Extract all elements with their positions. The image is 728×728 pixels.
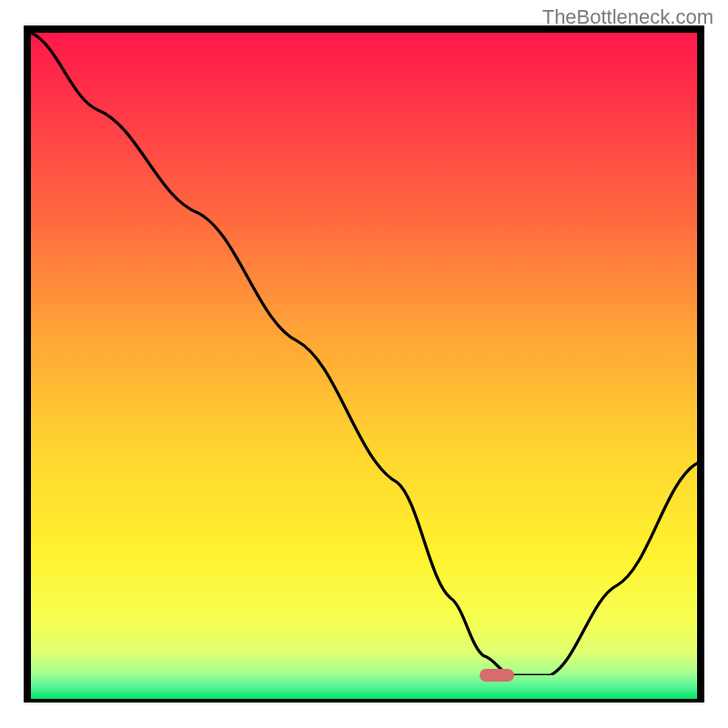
- watermark-text: TheBottleneck.com: [542, 5, 713, 29]
- bottleneck-curve: [31, 33, 697, 675]
- optimal-marker: [480, 669, 514, 682]
- plot-frame: [24, 25, 704, 703]
